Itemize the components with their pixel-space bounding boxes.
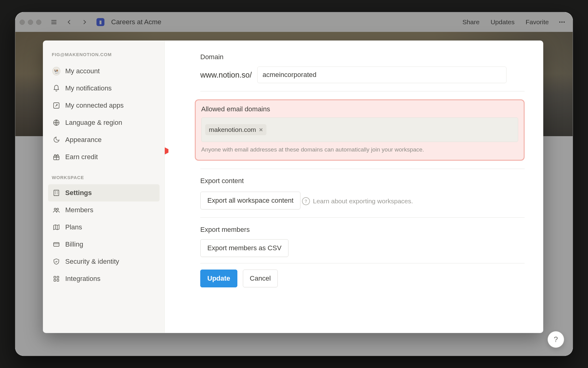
settings-modal: FIG@MAKENOTION.COM 🐏 My account My notif…	[43, 40, 543, 333]
svg-rect-9	[54, 243, 59, 246]
sidebar-item-label: My account	[65, 67, 100, 75]
map-icon	[52, 223, 60, 231]
sidebar-item-members[interactable]: Members	[48, 201, 160, 219]
export-content-title: Export content	[200, 177, 525, 185]
sidebar-item-label: Security & identity	[65, 258, 119, 266]
sidebar-item-my-account[interactable]: 🐏 My account	[48, 63, 160, 80]
sidebar-item-my-connected-apps[interactable]: My connected apps	[48, 97, 160, 114]
domain-section-title: Domain	[200, 53, 525, 61]
callout-arrow-icon	[165, 141, 168, 162]
sidebar-item-billing[interactable]: Billing	[48, 236, 160, 253]
svg-rect-13	[57, 279, 59, 281]
svg-rect-11	[57, 276, 59, 278]
sidebar-account-header: FIG@MAKENOTION.COM	[46, 49, 161, 63]
domain-prefix: www.notion.so/	[200, 71, 252, 79]
chip-remove-icon[interactable]: ×	[259, 126, 263, 133]
divider	[200, 91, 525, 91]
credit-card-icon	[52, 240, 60, 248]
divider	[200, 169, 525, 169]
allowed-domains-highlight: Allowed email domains makenotion.com × A…	[195, 99, 525, 161]
sidebar-item-label: Billing	[65, 240, 83, 248]
avatar-icon: 🐏	[52, 67, 60, 75]
settings-sidebar: FIG@MAKENOTION.COM 🐏 My account My notif…	[43, 41, 165, 333]
export-members-csv-button[interactable]: Export members as CSV	[200, 239, 288, 257]
learn-export-link[interactable]: ? Learn about exporting workspaces.	[302, 197, 413, 205]
bell-icon	[52, 84, 60, 92]
sidebar-item-label: Plans	[65, 223, 82, 231]
shield-icon	[52, 258, 60, 266]
learn-export-label: Learn about exporting workspaces.	[313, 197, 413, 205]
moon-icon	[52, 136, 60, 144]
settings-content: Domain www.notion.so/ Allowed email doma…	[165, 41, 543, 333]
help-fab-button[interactable]: ?	[548, 331, 564, 348]
sidebar-item-settings[interactable]: Settings	[48, 184, 160, 201]
export-members-title: Export members	[200, 226, 525, 234]
sidebar-item-label: Language & region	[65, 119, 122, 127]
svg-rect-12	[54, 279, 56, 281]
sidebar-item-appearance[interactable]: Appearance	[48, 131, 160, 148]
allowed-domains-title: Allowed email domains	[201, 105, 518, 113]
help-circle-icon: ?	[302, 197, 310, 205]
building-icon	[52, 189, 60, 197]
sidebar-item-earn-credit[interactable]: Earn credit	[48, 148, 160, 166]
domain-input[interactable]	[257, 67, 507, 83]
sidebar-item-label: Earn credit	[65, 153, 98, 161]
grid-icon	[52, 275, 60, 283]
sidebar-item-language-region[interactable]: Language & region	[48, 114, 160, 131]
sidebar-item-label: Settings	[65, 189, 92, 197]
sidebar-item-label: Integrations	[65, 275, 100, 283]
sidebar-item-integrations[interactable]: Integrations	[48, 270, 160, 287]
sidebar-workspace-header: WORKSPACE	[46, 166, 161, 184]
sidebar-item-label: Appearance	[65, 136, 102, 144]
allowed-domains-help: Anyone with email addresses at these dom…	[201, 146, 518, 153]
sidebar-item-plans[interactable]: Plans	[48, 219, 160, 236]
update-button[interactable]: Update	[200, 270, 237, 287]
svg-rect-6	[54, 190, 59, 196]
sidebar-item-my-notifications[interactable]: My notifications	[48, 80, 160, 97]
svg-rect-10	[54, 276, 56, 278]
sidebar-item-security[interactable]: Security & identity	[48, 253, 160, 270]
svg-point-7	[54, 208, 56, 210]
svg-point-8	[57, 208, 58, 210]
external-link-icon	[52, 102, 60, 109]
people-icon	[52, 206, 60, 214]
sidebar-item-label: My notifications	[65, 84, 112, 92]
sidebar-item-label: Members	[65, 206, 93, 214]
export-all-content-button[interactable]: Export all workspace content	[200, 192, 300, 209]
globe-icon	[52, 119, 60, 127]
divider	[200, 217, 525, 218]
allowed-domains-input[interactable]: makenotion.com ×	[201, 117, 518, 142]
domain-chip[interactable]: makenotion.com ×	[205, 124, 266, 135]
sidebar-item-label: My connected apps	[65, 102, 124, 109]
gift-icon	[52, 153, 60, 161]
domain-chip-label: makenotion.com	[209, 126, 256, 133]
cancel-button[interactable]: Cancel	[243, 270, 278, 287]
